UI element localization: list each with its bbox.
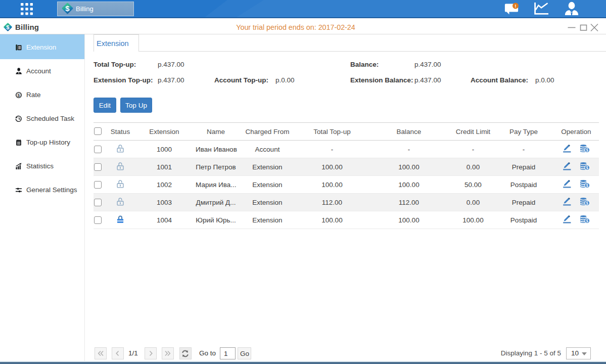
extension-phone-icon xyxy=(15,44,22,51)
balance-cell: 112.00 xyxy=(365,194,452,211)
row-checkbox[interactable] xyxy=(94,146,102,153)
status-unlocked-icon[interactable] xyxy=(116,197,124,206)
status-locked-icon[interactable] xyxy=(116,215,124,224)
status-unlocked-icon[interactable] xyxy=(116,162,124,171)
row-checkbox-cell xyxy=(94,211,108,229)
status-cell xyxy=(108,158,133,176)
edit-row-icon[interactable] xyxy=(563,197,572,206)
row-checkbox[interactable] xyxy=(94,163,102,171)
table-row[interactable]: 1003 Дмитрий Д... Extension 112.00 112.0… xyxy=(94,194,599,211)
maximize-button[interactable] xyxy=(579,18,588,33)
topup-row-icon[interactable] xyxy=(580,162,590,170)
charged-from-cell: Extension xyxy=(236,194,299,211)
statistics-chart-icon[interactable] xyxy=(534,2,549,17)
edit-row-icon[interactable] xyxy=(563,215,572,223)
edit-row-icon[interactable] xyxy=(563,162,572,170)
column-header-balance[interactable]: Balance xyxy=(365,123,452,141)
sidebar-item-label: Account xyxy=(26,67,51,75)
column-header-credit-limit[interactable]: Credit Limit xyxy=(452,123,494,141)
operation-cell xyxy=(553,158,599,176)
column-header-name[interactable]: Name xyxy=(196,123,236,141)
sidebar-item-scheduled-task[interactable]: Scheduled Task xyxy=(0,107,84,130)
name-cell: Юрий Юрь... xyxy=(196,211,236,229)
tab-extension[interactable]: Extension xyxy=(94,34,139,52)
status-unlocked-icon[interactable] xyxy=(116,179,124,189)
table-row[interactable]: 1001 Петр Петров Extension 100.00 100.00… xyxy=(94,158,599,176)
total-topup-label: Total Top-up: xyxy=(94,61,158,68)
column-header-status[interactable]: Status xyxy=(108,123,133,141)
prev-page-button[interactable] xyxy=(112,347,124,359)
column-header-pay-type[interactable]: Pay Type xyxy=(494,123,553,141)
first-page-button[interactable] xyxy=(95,347,107,359)
row-checkbox-cell xyxy=(94,158,108,176)
status-cell xyxy=(108,141,133,158)
account-topup-value: p.0.00 xyxy=(275,76,350,84)
topup-button[interactable]: Top Up xyxy=(120,98,152,113)
table-row[interactable]: 1004 Юрий Юрь... Extension 100.00 100.00… xyxy=(94,211,599,229)
toolbar: Edit Top Up xyxy=(94,98,152,113)
extension-cell: 1002 xyxy=(133,176,196,194)
credit-limit-cell: 0.00 xyxy=(452,194,494,211)
taskbar-item-billing[interactable]: $ Billing xyxy=(57,2,134,16)
total-topup-value: p.437.00 xyxy=(158,61,214,68)
page-size-dropdown-arrow-icon xyxy=(582,352,587,355)
sidebar-item-rate[interactable]: $ Rate xyxy=(0,83,84,107)
page-size-select[interactable]: 10 xyxy=(566,347,591,359)
table-header-row: Status Extension Name Charged From Total… xyxy=(94,123,599,141)
edit-row-icon[interactable] xyxy=(563,179,572,188)
sidebar-item-account[interactable]: Account xyxy=(0,59,84,83)
balance-cell: 100.00 xyxy=(365,176,452,194)
name-cell: Иван Иванов xyxy=(196,141,236,158)
topup-row-icon[interactable] xyxy=(580,215,590,223)
account-balance-value: p.0.00 xyxy=(535,76,554,84)
table-row[interactable]: 1002 Мария Ива... Extension 100.00 100.0… xyxy=(94,176,599,194)
tab-bar: Extension xyxy=(85,34,606,52)
charged-from-cell: Extension xyxy=(236,176,299,194)
row-checkbox[interactable] xyxy=(94,216,102,224)
sidebar-item-general-settings[interactable]: General Settings xyxy=(0,178,84,202)
sidebar-item-statistics[interactable]: Statistics xyxy=(0,154,84,178)
row-checkbox[interactable] xyxy=(94,181,102,189)
topup-history-notepad-icon xyxy=(15,139,22,146)
next-page-button[interactable] xyxy=(145,347,157,359)
pay-type-cell: Postpaid xyxy=(494,211,553,229)
extension-cell: 1003 xyxy=(133,194,196,211)
sidebar-nav: Extension Account $ Rate xyxy=(0,34,85,361)
table-row[interactable]: 1000 Иван Иванов Account - - - - xyxy=(94,141,599,158)
goto-page-input[interactable] xyxy=(220,347,236,359)
status-cell xyxy=(108,211,133,229)
extension-cell: 1004 xyxy=(133,211,196,229)
sidebar-item-extension[interactable]: Extension xyxy=(0,34,84,59)
sidebar-item-label: Statistics xyxy=(26,162,54,170)
edit-row-icon[interactable] xyxy=(563,144,572,153)
refresh-button[interactable] xyxy=(179,347,192,359)
topup-row-icon[interactable] xyxy=(580,179,590,188)
rate-dollar-icon: $ xyxy=(15,92,22,99)
go-button[interactable]: Go xyxy=(238,347,251,359)
credit-limit-cell: - xyxy=(452,141,494,158)
row-checkbox[interactable] xyxy=(94,199,102,206)
edit-button[interactable]: Edit xyxy=(94,98,116,113)
minimize-button[interactable] xyxy=(567,18,576,33)
column-header-extension[interactable]: Extension xyxy=(133,123,196,141)
last-page-button[interactable] xyxy=(162,347,174,359)
column-header-charged-from[interactable]: Charged From xyxy=(236,123,299,141)
account-person-icon xyxy=(15,68,22,75)
sidebar-item-label: Rate xyxy=(26,91,41,99)
column-header-operation[interactable]: Operation xyxy=(553,123,599,141)
credit-limit-cell: 50.00 xyxy=(452,176,494,194)
svg-text:$: $ xyxy=(6,24,10,30)
app-grid-icon[interactable] xyxy=(21,3,33,17)
topup-row-icon[interactable] xyxy=(580,144,590,153)
notifications-chat-icon[interactable]: ! xyxy=(504,2,520,16)
status-unlocked-icon[interactable] xyxy=(116,144,124,153)
select-all-checkbox[interactable] xyxy=(94,127,102,135)
column-header-total-topup[interactable]: Total Top-up xyxy=(299,123,365,141)
topup-row-icon[interactable] xyxy=(580,197,590,206)
billing-window-icon: $ xyxy=(3,22,13,34)
close-button[interactable] xyxy=(590,18,599,33)
sidebar-item-topup-history[interactable]: Top-up History xyxy=(0,130,84,154)
user-account-icon[interactable] xyxy=(565,2,579,18)
row-checkbox-cell xyxy=(94,194,108,211)
total-topup-cell: 100.00 xyxy=(299,211,365,229)
